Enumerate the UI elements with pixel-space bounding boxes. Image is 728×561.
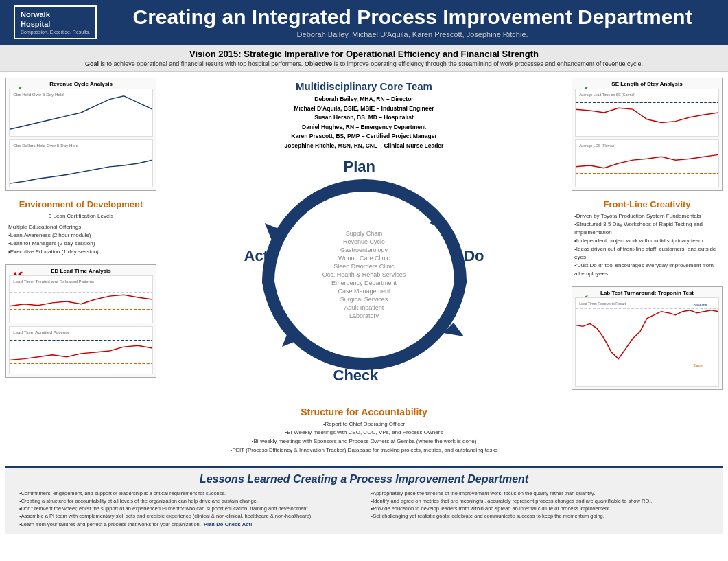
lesson-left-4: •Learn from your failures and perfect a … [19, 520, 357, 528]
pdca-item-6: Emergency Department [322, 279, 406, 286]
vision-body: Goal is to achieve operational and finan… [14, 60, 714, 67]
lesson-right-0: •Appropriately pace the timeline of the … [371, 490, 709, 497]
offering-2: •Lean for Managers (2 day session) [8, 240, 154, 248]
frontline-point-1: •Structured 3-5 Day Workshops of Rapid T… [574, 220, 720, 237]
offerings-title: Multiple Educational Offerings: [8, 223, 154, 231]
pdca-item-9: Adult Inpatient [322, 304, 406, 311]
team-title: Multidisciplinary Core Team [285, 80, 444, 92]
lessons-title: Lessons Learned Creating a Process Impro… [19, 473, 709, 485]
accountability-point-1: •Bi-weekly meetings with Sponsors and Pr… [231, 437, 498, 446]
svg-text:Lead Time: Admitted Patients: Lead Time: Admitted Patients [13, 330, 69, 334]
pdca-item-5: Occ. Health & Rehab Services [322, 271, 406, 278]
logo-text: Norwalk [21, 10, 90, 19]
frontline-point-2: •Independent project work with multidisc… [574, 237, 720, 245]
lessons-section: Lessons Learned Creating a Process Impro… [5, 466, 723, 534]
pdca-plan-label: Plan [344, 158, 375, 176]
lesson-left-1: •Creating a structure for accountability… [19, 497, 357, 505]
lesson-left-3: •Assemble a PI team with complementary s… [19, 512, 357, 520]
main-content: ✓ Revenue Cycle Analysis Obs Held Over 5… [0, 72, 728, 466]
lab-test-box: ✓ Lab Test Turnaround: Troponin Test Lea… [572, 286, 723, 390]
page-title: Creating an Integrated Process Improveme… [110, 5, 714, 29]
svg-text:Lead Time: Treated and Release: Lead Time: Treated and Released Patients [13, 279, 94, 284]
revenue-cycle-chart-1: Obs Held Over 5 Day Hold [9, 89, 153, 137]
vision-title: Vision 2015: Strategic Imperative for Op… [14, 49, 714, 59]
team-member-2: Michael D'Aquila, BSIE, MSIE – Industria… [285, 104, 444, 114]
team-member-4: Daniel Hughes, RN – Emergency Department [285, 123, 444, 133]
team-member-5: Karen Prescott, BS, PMP – Certified Proj… [285, 132, 444, 141]
team-member-1: Deborah Bailey, MHA, RN – Director [285, 95, 444, 104]
accountability-report: •Report to Chief Operating Officer [231, 420, 498, 429]
pdca-check-label: Check [333, 367, 379, 385]
team-member-6: Josephine Ritchie, MSN, RN, CNL – Clinic… [285, 141, 444, 151]
accountability-section: Structure for Accountability •Report to … [217, 401, 512, 461]
offerings-list: •Lean Awareness (2 hour module) •Lean fo… [8, 231, 154, 256]
lessons-right: •Appropriately pace the timeline of the … [371, 490, 709, 528]
pdca-item-2: Gastroenterology [322, 247, 406, 253]
pdca-item-8: Surgical Services [322, 296, 406, 303]
frontline-point-0: •Driven by Toyota Production System Fund… [574, 212, 720, 220]
center-column: Multidisciplinary Core Team Deborah Bail… [156, 78, 572, 461]
header: Norwalk Hospital Compassion. Expertise. … [0, 0, 728, 45]
svg-text:Obs Dollars Held Over 5 Day Ho: Obs Dollars Held Over 5 Day Hold [13, 144, 78, 148]
environment-subtitle: 3 Lean Certification Levels [8, 212, 154, 220]
pdca-item-10: Laboratory [322, 312, 406, 319]
revenue-cycle-chart-box: ✓ Revenue Cycle Analysis Obs Held Over 5… [5, 78, 156, 191]
frontline-box: Front-Line Creativity •Driven by Toyota … [572, 196, 723, 281]
offering-3: •Executive Education (1 day session) [8, 248, 154, 256]
pdca-highlight: Plan-Do-Check-Act! [204, 521, 252, 527]
environment-box: Environment of Development 3 Lean Certif… [5, 196, 156, 259]
frontline-title: Front-Line Creativity [574, 199, 720, 209]
ed-chart-1: Lead Time: Treated and Released Patients [9, 275, 153, 323]
se-los-chart-2: Average LOS (Flomax) [575, 139, 719, 187]
accountability-title: Structure for Accountability [231, 407, 498, 417]
svg-text:Target: Target [694, 364, 704, 368]
lesson-left-2: •Don't reinvent the wheel; enlist the su… [19, 505, 357, 512]
team-member-3: Susan Herson, BS, MD – Hospitalist [285, 113, 444, 123]
frontline-point-4: •"Just Do It" tool encourages everyday i… [574, 262, 720, 278]
logo-hospital: Hospital [21, 19, 90, 29]
se-los-title: SE Length of Stay Analysis [575, 81, 719, 87]
right-column: ✓ SE Length of Stay Analysis Average Lea… [572, 78, 723, 461]
pdca-item-4: Sleep Disorders Clinic [322, 263, 406, 270]
pdca-diagram: Plan Do Check Act Supply Chain Revenue C… [234, 151, 495, 398]
header-title-block: Creating an Integrated Process Improveme… [110, 5, 714, 38]
environment-title: Environment of Development [8, 199, 154, 209]
lab-test-title: Lab Test Turnaround: Troponin Test [575, 290, 719, 296]
se-los-box: ✓ SE Length of Stay Analysis Average Lea… [572, 78, 723, 191]
offering-1: •Lean Awareness (2 hour module) [8, 231, 154, 240]
frontline-points: •Driven by Toyota Production System Fund… [574, 212, 720, 278]
pdca-items: Supply Chain Revenue Cycle Gastroenterol… [322, 230, 406, 319]
logo: Norwalk Hospital Compassion. Expertise. … [14, 5, 97, 39]
svg-text:Lead Time: Receive to Result: Lead Time: Receive to Result [579, 301, 626, 306]
pdca-item-0: Supply Chain [322, 230, 406, 237]
team-section: Multidisciplinary Core Team Deborah Bail… [285, 80, 444, 151]
lesson-left-0: •Commitment, engagement, and support of … [19, 490, 357, 497]
lesson-right-2: •Provide education to develop leaders fr… [371, 505, 709, 512]
lesson-right-1: •Identify and agree on metrics that are … [371, 497, 709, 505]
lessons-body: •Commitment, engagement, and support of … [19, 490, 709, 528]
pdca-act-label: Act [244, 247, 268, 265]
ed-lead-time-box: ✗ ED Lead Time Analysis Lead Time: Treat… [5, 264, 156, 378]
left-column: ✓ Revenue Cycle Analysis Obs Held Over 5… [5, 78, 156, 461]
lesson-right-3: •Set challenging yet realistic goals; ce… [371, 512, 709, 520]
svg-text:Obs Held Over 5 Day Hold: Obs Held Over 5 Day Hold [13, 93, 64, 97]
lab-test-chart: Lead Time: Receive to Result Baseline Ta… [575, 297, 719, 387]
pdca-item-3: Wound Care Clinic [322, 255, 406, 262]
svg-text:Average Lead Time on SE (Carme: Average Lead Time on SE (Carmel) [579, 93, 635, 97]
frontline-point-3: •Ideas driven out of front-line staff, c… [574, 245, 720, 262]
vision-bar: Vision 2015: Strategic Imperative for Op… [0, 45, 728, 72]
pdca-do-label: Do [464, 247, 484, 265]
lessons-left: •Commitment, engagement, and support of … [19, 490, 357, 528]
revenue-cycle-title: Revenue Cycle Analysis [9, 81, 153, 87]
accountability-point-2: •PEIT (Process Efficiency & Innovation T… [231, 446, 498, 455]
svg-text:Baseline: Baseline [694, 303, 707, 307]
revenue-cycle-chart-2: Obs Dollars Held Over 5 Day Hold [9, 139, 153, 187]
svg-text:Average LOS (Flomax): Average LOS (Flomax) [579, 144, 615, 148]
pdca-item-1: Revenue Cycle [322, 238, 406, 245]
accountability-point-0: •Bi-Weekly meetings with CEO, COO, VPs, … [231, 428, 498, 437]
pdca-item-7: Case Management [322, 288, 406, 295]
ed-lead-time-title: ED Lead Time Analysis [9, 268, 153, 274]
ed-chart-2: Lead Time: Admitted Patients [9, 326, 153, 374]
logo-sub: Compassion. Expertise. Results. [21, 30, 90, 35]
se-los-chart-1: Average Lead Time on SE (Carmel) [575, 89, 719, 137]
